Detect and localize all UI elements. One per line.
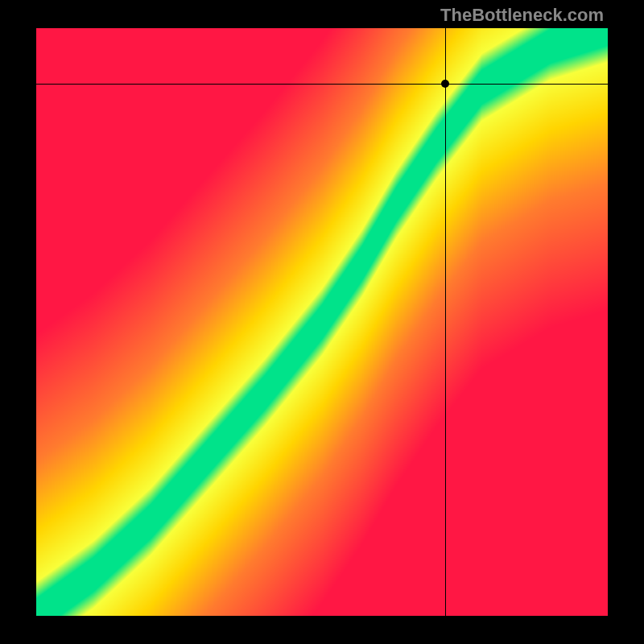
crosshair-vertical (445, 28, 446, 616)
marker-dot-icon (441, 80, 449, 88)
crosshair-horizontal (36, 84, 608, 85)
heatmap-canvas (36, 28, 608, 616)
chart-container: TheBottleneck.com (0, 0, 644, 644)
watermark-text: TheBottleneck.com (440, 5, 604, 26)
plot-area (36, 28, 608, 616)
